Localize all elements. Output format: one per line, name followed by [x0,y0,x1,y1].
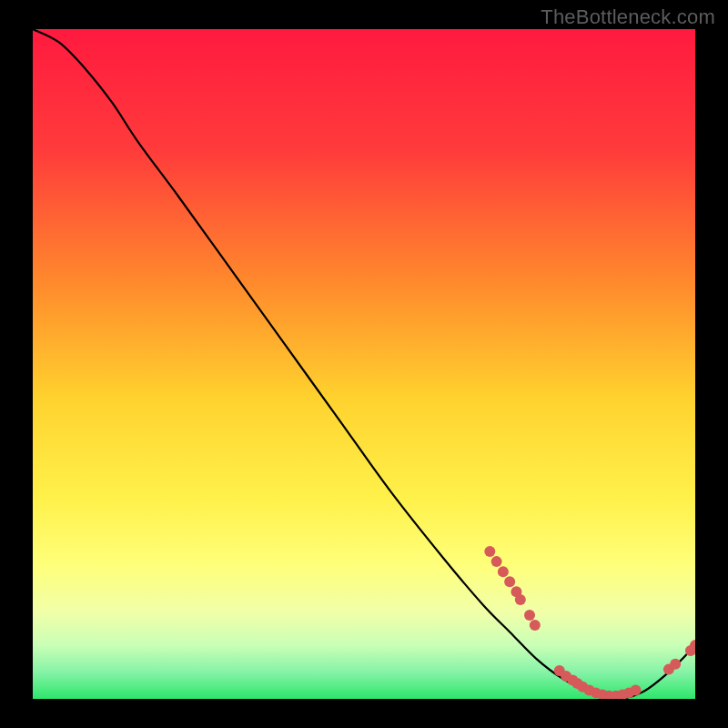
chart-frame: TheBottleneck.com [0,0,728,728]
curve-layer [33,29,695,699]
data-point [530,620,541,631]
data-point [498,566,509,577]
data-point [484,546,495,557]
data-point [491,556,502,567]
data-point [524,610,535,621]
data-point [670,659,681,670]
plot-area [33,29,695,699]
data-point [630,684,641,695]
watermark-text: TheBottleneck.com [541,5,715,29]
bottleneck-curve [33,29,695,699]
data-point [504,576,515,587]
data-point [515,594,526,605]
